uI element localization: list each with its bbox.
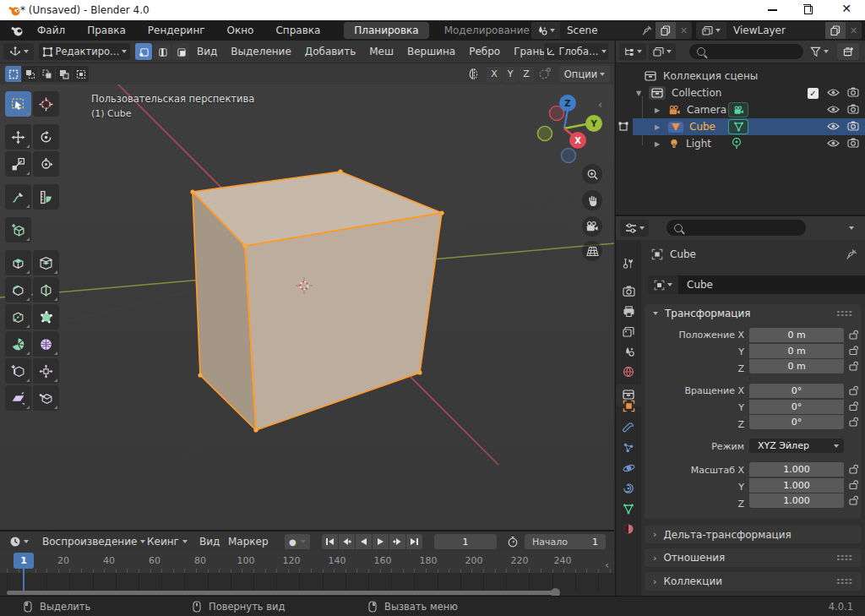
tool-rotate[interactable]: [33, 124, 59, 150]
viewlayer-name-field[interactable]: ViewLayer: [726, 22, 825, 39]
light-render-toggle-icon[interactable]: [847, 138, 859, 148]
rotation-z-field[interactable]: 0°: [749, 415, 844, 429]
auto-keying-toggle[interactable]: ●: [285, 534, 310, 549]
timeline-scrollbar[interactable]: [7, 591, 556, 595]
menu-window[interactable]: Окно: [226, 25, 256, 36]
mirror-x-toggle[interactable]: X: [487, 67, 502, 82]
tool-edge-slide[interactable]: [5, 358, 31, 384]
close-button[interactable]: ✕: [841, 2, 851, 15]
tab-object-data[interactable]: [616, 499, 641, 519]
next-keyframe-button[interactable]: [389, 534, 405, 549]
tool-loop-cut[interactable]: [33, 277, 59, 303]
tab-constraints[interactable]: [616, 478, 641, 499]
tab-tool[interactable]: [616, 253, 641, 274]
viewlayer-remove-button[interactable]: ✕: [846, 22, 862, 39]
tool-rip-region[interactable]: [33, 385, 59, 411]
light-hide-eye-icon[interactable]: [827, 139, 840, 148]
transform-panel-header[interactable]: Трансформация: [645, 304, 861, 323]
outliner-row-camera[interactable]: ▶ Camera: [616, 101, 865, 118]
tool-bevel[interactable]: [5, 277, 31, 303]
collection-checkbox[interactable]: ✓: [808, 88, 819, 99]
outliner-display-mode-button[interactable]: [619, 43, 646, 60]
tool-shear[interactable]: [5, 385, 31, 411]
tab-render[interactable]: [616, 281, 641, 301]
viewlayer-new-copy-button[interactable]: [825, 22, 846, 39]
outliner-filter-type-button[interactable]: [649, 43, 676, 60]
tool-smooth[interactable]: [33, 331, 59, 357]
scene-pin-icon[interactable]: [639, 22, 656, 39]
new-collection-button[interactable]: [837, 43, 859, 60]
select-extend-button[interactable]: [22, 66, 38, 82]
tab-particles[interactable]: [616, 438, 641, 458]
menu-render[interactable]: Рендеринг: [146, 25, 207, 36]
tool-add-cube[interactable]: [5, 217, 31, 243]
timeline-ruler[interactable]: 20 40 60 80 100 120 140 160 180 200 220 …: [0, 552, 614, 573]
properties-options-button[interactable]: [842, 220, 861, 237]
collection-hide-eye-icon[interactable]: [827, 88, 840, 97]
tool-spin[interactable]: [5, 331, 31, 357]
location-x-field[interactable]: 0 m: [749, 328, 844, 342]
tab-object-active[interactable]: [616, 395, 641, 416]
tab-scene[interactable]: [616, 341, 641, 362]
rotation-y-field[interactable]: 0°: [749, 400, 844, 414]
scene-new-copy-button[interactable]: [656, 22, 676, 39]
workspace-tab-layout[interactable]: Планировка: [344, 22, 428, 39]
pan-view-button[interactable]: [582, 190, 602, 210]
tab-world[interactable]: [616, 362, 641, 382]
tab-material[interactable]: [616, 519, 641, 539]
object-id-browse-button[interactable]: [648, 275, 678, 294]
viewport-3d[interactable]: Пользовательская перспектива (1) Cube: [0, 84, 614, 530]
edge-select-button[interactable]: [154, 43, 171, 60]
properties-search-input[interactable]: [666, 220, 806, 236]
panel-grip-handle[interactable]: [836, 310, 852, 317]
tool-transform[interactable]: [33, 151, 59, 177]
scene-browse-button[interactable]: [531, 22, 560, 39]
viewport-menu-view[interactable]: Вид: [197, 46, 217, 57]
play-reverse-button[interactable]: [356, 534, 372, 549]
scene-unlink-button[interactable]: ✕: [676, 22, 692, 39]
select-intersect-button[interactable]: [73, 66, 89, 82]
object-name-input[interactable]: Cube: [678, 275, 865, 294]
viewport-menu-face[interactable]: Грань: [514, 46, 545, 57]
tool-select-box[interactable]: [5, 91, 31, 117]
proportional-editing-icon[interactable]: [538, 67, 552, 80]
location-y-field[interactable]: 0 m: [749, 344, 844, 358]
tool-inset-faces[interactable]: [33, 250, 59, 275]
face-select-button[interactable]: [172, 43, 189, 60]
tool-shrink-fatten[interactable]: [33, 358, 59, 384]
tool-scale[interactable]: [5, 151, 31, 177]
gizmo-axis-y-neg[interactable]: [538, 127, 552, 141]
navigation-gizmo[interactable]: Z Y X: [525, 90, 603, 167]
mode-selector[interactable]: Редактиро…: [39, 43, 130, 60]
pin-id-icon[interactable]: [846, 248, 857, 260]
outliner-row-cube-selected[interactable]: ▶ Cube: [616, 118, 865, 135]
mesh-data-badge[interactable]: [728, 119, 748, 134]
panel-grip-handle[interactable]: [836, 578, 852, 585]
playhead-current-frame[interactable]: 1: [14, 553, 34, 569]
tool-move[interactable]: [5, 124, 31, 150]
tab-physics[interactable]: [616, 458, 641, 478]
mirror-z-toggle[interactable]: Z: [519, 67, 534, 82]
rotation-mode-dropdown[interactable]: XYZ Эйлер: [749, 439, 844, 453]
outliner-filter-button[interactable]: [805, 43, 834, 60]
mirror-y-toggle[interactable]: Y: [503, 67, 518, 82]
timeline-tracks[interactable]: [0, 573, 614, 591]
transform-orientation-dropdown[interactable]: Глоба…: [544, 43, 608, 60]
tool-annotate[interactable]: [5, 184, 31, 210]
menu-edit[interactable]: Правка: [85, 25, 128, 36]
outliner-search-input[interactable]: [689, 44, 803, 59]
vertex-select-button[interactable]: [135, 43, 152, 60]
current-frame-field[interactable]: 1: [434, 534, 497, 549]
timeline-view-menu[interactable]: Вид: [199, 536, 220, 548]
tab-modifiers[interactable]: [616, 417, 641, 438]
viewport-menu-add[interactable]: Добавить: [305, 46, 356, 57]
tab-output[interactable]: [616, 301, 641, 321]
cube-hide-eye-icon[interactable]: [827, 122, 840, 131]
scale-y-field[interactable]: 1.000: [749, 478, 844, 493]
tool-poly-build[interactable]: [33, 304, 59, 330]
menu-help[interactable]: Справка: [274, 25, 322, 36]
workspace-tab-modeling[interactable]: Моделирование: [434, 22, 540, 39]
playhead-line[interactable]: [23, 569, 24, 591]
panel-grip-handle[interactable]: [836, 554, 852, 561]
lock-icons-column[interactable]: [849, 328, 861, 514]
